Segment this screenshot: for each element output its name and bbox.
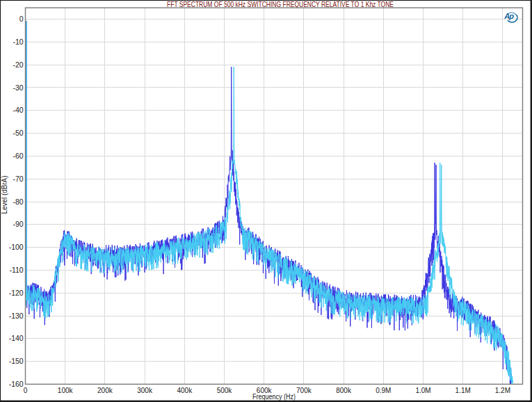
svg-text:-120: -120	[9, 289, 24, 297]
svg-text:1.0M: 1.0M	[415, 387, 430, 394]
svg-text:-150: -150	[9, 357, 24, 365]
svg-text:-60: -60	[13, 152, 24, 160]
svg-text:-130: -130	[9, 312, 24, 320]
svg-text:FFT SPECTRUM OF 500 kHz SWITCH: FFT SPECTRUM OF 500 kHz SWITCHING FREQUE…	[167, 0, 394, 8]
svg-text:-110: -110	[9, 266, 23, 274]
svg-text:500k: 500k	[217, 387, 233, 394]
svg-text:-100: -100	[9, 243, 24, 251]
svg-text:1.2M: 1.2M	[495, 387, 510, 394]
svg-text:-40: -40	[13, 106, 24, 114]
svg-text:Level (dBrA): Level (dBrA)	[1, 176, 8, 214]
svg-text:-50: -50	[13, 129, 24, 137]
svg-text:-10: -10	[13, 38, 24, 46]
svg-text:-70: -70	[13, 175, 24, 183]
svg-text:-90: -90	[13, 220, 24, 228]
svg-text:Frequency (Hz): Frequency (Hz)	[252, 393, 296, 401]
svg-text:100k: 100k	[58, 387, 74, 394]
svg-text:-20: -20	[13, 61, 24, 69]
svg-text:0: 0	[24, 387, 28, 394]
svg-text:0.9M: 0.9M	[376, 387, 391, 394]
svg-text:0: 0	[19, 15, 24, 23]
svg-text:-80: -80	[13, 198, 24, 206]
svg-text:-30: -30	[13, 83, 24, 92]
svg-text:-140: -140	[9, 334, 24, 342]
svg-text:400k: 400k	[177, 387, 193, 394]
svg-text:300k: 300k	[137, 387, 153, 394]
svg-text:800k: 800k	[336, 387, 352, 394]
svg-text:p: p	[508, 12, 514, 20]
svg-text:1.1M: 1.1M	[456, 387, 471, 394]
svg-text:200k: 200k	[97, 387, 113, 394]
svg-text:700k: 700k	[296, 387, 312, 394]
svg-text:-160: -160	[9, 380, 24, 388]
